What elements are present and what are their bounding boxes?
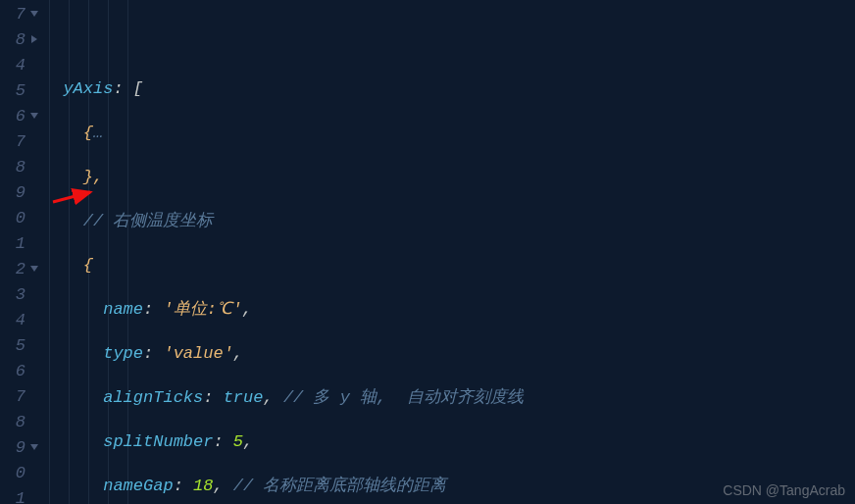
line-number[interactable]: 8 <box>0 155 39 180</box>
code-line[interactable]: {… <box>43 121 855 146</box>
line-number[interactable]: 0 <box>0 206 39 231</box>
line-number[interactable]: 7 <box>0 129 39 155</box>
line-number[interactable]: 0 <box>0 461 39 486</box>
line-number[interactable]: 9 <box>0 180 39 206</box>
line-number[interactable]: 4 <box>0 53 39 78</box>
code-line[interactable]: name: '单位:℃', <box>43 297 855 323</box>
line-number[interactable]: 7 <box>0 2 39 27</box>
line-number[interactable]: 4 <box>0 308 39 333</box>
code-line[interactable]: { <box>43 253 855 278</box>
line-number[interactable]: 6 <box>0 104 39 129</box>
line-number[interactable]: 7 <box>0 384 39 410</box>
code-line[interactable]: // 右侧温度坐标 <box>43 209 855 234</box>
line-number[interactable]: 6 <box>0 359 39 384</box>
code-editor: 7 8 4 5 6 7 8 9 0 1 2 3 4 5 6 7 8 9 0 1 … <box>0 0 855 504</box>
line-number[interactable]: 3 <box>0 282 39 308</box>
line-number[interactable]: 2 <box>0 257 39 282</box>
line-number[interactable]: 8 <box>0 410 39 435</box>
line-number-gutter: 7 8 4 5 6 7 8 9 0 1 2 3 4 5 6 7 8 9 0 1 <box>0 0 39 504</box>
code-line[interactable]: type: 'value', <box>43 341 855 367</box>
code-line[interactable]: alignTicks: true, // 多 y 轴, 自动对齐刻度线 <box>43 385 855 411</box>
line-number[interactable]: 1 <box>0 486 39 504</box>
code-line[interactable]: splitNumber: 5, <box>43 429 855 455</box>
line-number[interactable]: 1 <box>0 231 39 257</box>
line-number[interactable]: 8 <box>0 27 39 53</box>
code-line[interactable]: }, <box>43 165 855 190</box>
line-number[interactable]: 5 <box>0 333 39 359</box>
line-number[interactable]: 5 <box>0 78 39 104</box>
code-area[interactable]: yAxis: [ {… }, // 右侧温度坐标 { name: '单位:℃',… <box>39 0 855 504</box>
code-line[interactable]: yAxis: [ <box>43 76 855 102</box>
watermark-text: CSDN @TangAcrab <box>723 482 845 498</box>
line-number[interactable]: 9 <box>0 435 39 461</box>
